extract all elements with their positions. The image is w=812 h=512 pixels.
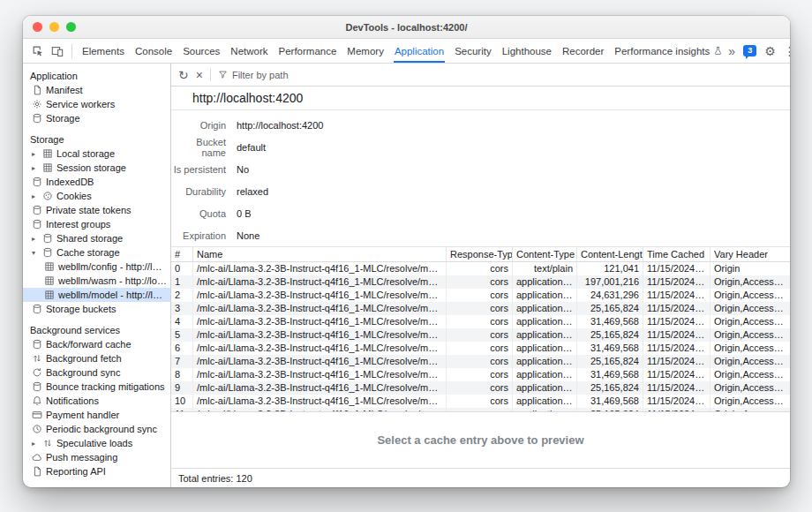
chevron-right-icon[interactable]: ▸ [32, 440, 42, 448]
chevron-right-icon[interactable]: ▸ [32, 150, 42, 158]
tab-recorder[interactable]: Recorder [557, 39, 609, 63]
sidebar-item-push-messaging[interactable]: Push messaging [23, 450, 170, 464]
cloud-icon [32, 452, 46, 463]
cache-entry-row[interactable]: 1 /mlc-ai/Llama-3.2-3B-Instruct-q4f16_1-… [171, 275, 790, 289]
column-header-name[interactable]: Name [193, 247, 447, 261]
tab-performance-insights[interactable]: Performance insights [609, 39, 728, 63]
sidebar-item-payment-handler[interactable]: Payment handler [23, 408, 170, 422]
section-header-application[interactable]: Application [23, 69, 170, 83]
column-header-vary-header[interactable]: Vary Header [710, 247, 790, 261]
cache-panel: ↻ × http://localhost:4200 Origin http://… [171, 64, 790, 487]
sidebar-item-private-state-tokens[interactable]: Private state tokens [23, 203, 170, 217]
sidebar-item-storage-buckets[interactable]: Storage buckets [23, 302, 170, 316]
chevron-down-icon[interactable]: ▾ [32, 249, 42, 257]
tab-elements[interactable]: Elements [77, 39, 130, 63]
sidebar-item-service-workers[interactable]: Service workers [23, 97, 170, 111]
sidebar-item-cache-storage[interactable]: ▾ Cache storage [23, 245, 170, 260]
experiment-flask-icon [713, 46, 723, 56]
manifest-file-icon [32, 85, 46, 95]
tab-application[interactable]: Application [389, 39, 449, 63]
sidebar-item-notifications[interactable]: Notifications [23, 394, 170, 408]
cache-entry-row[interactable]: 9 /mlc-ai/Llama-3.2-3B-Instruct-q4f16_1-… [171, 381, 790, 395]
sidebar-item-webllm-config[interactable]: webllm/config - http://loc… [23, 260, 170, 274]
cache-entry-row[interactable]: 4 /mlc-ai/Llama-3.2-3B-Instruct-q4f16_1-… [171, 315, 790, 328]
sidebar-item-indexeddb[interactable]: IndexedDB [23, 175, 170, 189]
sidebar-item-webllm-wasm[interactable]: webllm/wasm - http://loca… [23, 274, 170, 288]
column-header-content-type[interactable]: Content-Type [513, 247, 577, 261]
database-icon [32, 304, 46, 314]
inspect-element-icon[interactable] [28, 41, 48, 61]
column-header-response-type[interactable]: Response-Type [447, 247, 513, 261]
sidebar-item-manifest[interactable]: Manifest [23, 83, 170, 97]
settings-gear-icon[interactable]: ⚙ [764, 45, 776, 57]
cache-statusbar: Total entries: 120 [171, 468, 790, 487]
chevron-right-icon[interactable]: ▸ [32, 164, 42, 172]
refresh-icon[interactable]: ↻ [178, 69, 189, 81]
tab-network[interactable]: Network [225, 39, 273, 63]
sidebar-item-storage[interactable]: Storage [23, 111, 170, 125]
sidebar-item-session-storage[interactable]: ▸ Session storage [23, 161, 170, 175]
table-icon [44, 261, 58, 272]
cache-entry-row[interactable]: 6 /mlc-ai/Llama-3.2-3B-Instruct-q4f16_1-… [171, 342, 790, 355]
tab-sources[interactable]: Sources [177, 39, 225, 63]
tab-console[interactable]: Console [130, 39, 177, 63]
column-header-index[interactable]: # [171, 247, 193, 261]
window-title: DevTools - localhost:4200/ [23, 22, 790, 33]
toolbar-divider [210, 69, 211, 81]
tab-memory[interactable]: Memory [342, 39, 389, 63]
sidebar-item-back-forward-cache[interactable]: Back/forward cache [23, 337, 170, 351]
sidebar-item-bounce-tracking-mitigations[interactable]: Bounce tracking mitigations [23, 380, 170, 394]
section-application: Application Manifest Service workers Sto… [23, 69, 170, 125]
tab-performance[interactable]: Performance [274, 39, 342, 63]
overflow-menu-icon[interactable]: ⋮ [784, 45, 790, 57]
section-header-storage[interactable]: Storage [23, 132, 170, 147]
chevron-right-icon[interactable]: ▸ [32, 192, 42, 200]
database-icon [32, 219, 46, 230]
database-icon [32, 339, 46, 350]
cache-entry-row[interactable]: 5 /mlc-ai/Llama-3.2-3B-Instruct-q4f16_1-… [171, 328, 790, 342]
application-sidebar: Application Manifest Service workers Sto… [23, 64, 171, 487]
sidebar-item-webllm-model[interactable]: webllm/model - http://loc… [23, 288, 170, 302]
storage-database-icon [32, 113, 46, 124]
delete-icon[interactable]: × [196, 69, 203, 81]
cache-entry-row[interactable]: 0 /mlc-ai/Llama-3.2-3B-Instruct-q4f16_1-… [171, 262, 790, 275]
sidebar-item-cookies[interactable]: ▸ Cookies [23, 189, 170, 203]
sync-arrows-icon [32, 367, 46, 378]
tab-security[interactable]: Security [449, 39, 497, 63]
section-header-background-services[interactable]: Background services [23, 323, 170, 337]
cache-entry-row[interactable]: 7 /mlc-ai/Llama-3.2-3B-Instruct-q4f16_1-… [171, 355, 790, 368]
meta-row-expiration: Expiration None [171, 224, 790, 246]
sidebar-item-periodic-background-sync[interactable]: Periodic background sync [23, 422, 170, 436]
more-tabs-icon[interactable]: » [728, 44, 735, 58]
chevron-right-icon[interactable]: ▸ [32, 235, 42, 243]
sidebar-item-shared-storage[interactable]: ▸ Shared storage [23, 231, 170, 245]
column-header-content-length[interactable]: Content-Length [577, 247, 643, 261]
service-workers-icon [32, 99, 46, 109]
devtools-tabbar: Elements Console Sources Network Perform… [23, 39, 790, 64]
messages-badge-icon[interactable]: 3 [743, 45, 756, 56]
meta-row-bucket-name: Bucket name default [171, 136, 790, 158]
filter-control [218, 70, 356, 80]
sidebar-item-background-sync[interactable]: Background sync [23, 365, 170, 380]
column-header-time-cached[interactable]: Time Cached [643, 247, 710, 261]
cache-entry-row[interactable]: 3 /mlc-ai/Llama-3.2-3B-Instruct-q4f16_1-… [171, 302, 790, 315]
bell-icon [32, 395, 46, 406]
cache-entry-row[interactable]: 8 /mlc-ai/Llama-3.2-3B-Instruct-q4f16_1-… [171, 368, 790, 381]
sidebar-item-reporting-api[interactable]: Reporting API [23, 464, 170, 478]
sidebar-item-background-fetch[interactable]: Background fetch [23, 351, 170, 365]
sidebar-item-speculative-loads[interactable]: ▸ Speculative loads [23, 436, 170, 450]
sidebar-item-local-storage[interactable]: ▸ Local storage [23, 147, 170, 161]
filter-funnel-icon [218, 70, 228, 79]
preview-placeholder-text: Select a cache entry above to preview [377, 433, 583, 447]
filter-by-path-input[interactable] [232, 70, 356, 80]
sidebar-item-interest-groups[interactable]: Interest groups [23, 217, 170, 231]
meta-row-quota: Quota 0 B [171, 202, 790, 224]
up-down-arrows-icon [32, 353, 46, 364]
cache-preview-pane: Select a cache entry above to preview [171, 411, 790, 468]
database-icon [32, 205, 46, 215]
cache-entry-row[interactable]: 10 /mlc-ai/Llama-3.2-3B-Instruct-q4f16_1… [171, 395, 790, 408]
titlebar: DevTools - localhost:4200/ [23, 16, 790, 39]
device-toolbar-icon[interactable] [48, 41, 67, 61]
tab-lighthouse[interactable]: Lighthouse [497, 39, 557, 63]
cache-entry-row[interactable]: 2 /mlc-ai/Llama-3.2-3B-Instruct-q4f16_1-… [171, 289, 790, 302]
